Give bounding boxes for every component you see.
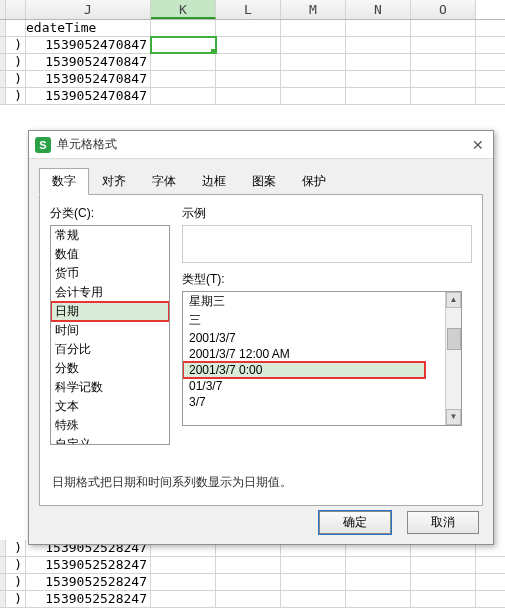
- data-cell[interactable]: 1539052470847: [26, 37, 151, 53]
- active-cell[interactable]: [151, 37, 216, 53]
- list-item[interactable]: 3/7: [183, 394, 461, 410]
- list-item[interactable]: 文本: [51, 397, 169, 416]
- tab-panel: 分类(C): 常规 数值 货币 会计专用 日期 时间 百分比 分数 科学记数 文…: [39, 194, 483, 506]
- list-item[interactable]: 百分比: [51, 340, 169, 359]
- category-list[interactable]: 常规 数值 货币 会计专用 日期 时间 百分比 分数 科学记数 文本 特殊 自定…: [50, 225, 170, 445]
- scrollbar[interactable]: ▲ ▼: [445, 292, 461, 425]
- col-m[interactable]: M: [281, 0, 346, 19]
- list-item[interactable]: 数值: [51, 245, 169, 264]
- scroll-down-icon[interactable]: ▼: [446, 409, 461, 425]
- list-item[interactable]: 星期三: [183, 292, 461, 311]
- cell-format-dialog: S 单元格格式 ✕ 数字 对齐 字体 边框 图案 保护 分类(C): 常规 数值…: [28, 130, 494, 545]
- col-l[interactable]: L: [216, 0, 281, 19]
- close-icon[interactable]: ✕: [463, 137, 493, 153]
- col-o[interactable]: O: [411, 0, 476, 19]
- tab-protect[interactable]: 保护: [289, 168, 339, 195]
- sample-box: [182, 225, 472, 263]
- col-k[interactable]: K: [151, 0, 216, 19]
- col-j[interactable]: J: [26, 0, 151, 19]
- type-list[interactable]: 星期三 三 2001/3/7 2001/3/7 12:00 AM 2001/3/…: [182, 291, 462, 426]
- app-icon: S: [35, 137, 51, 153]
- category-label: 分类(C):: [50, 205, 170, 222]
- tab-pattern[interactable]: 图案: [239, 168, 289, 195]
- tab-align[interactable]: 对齐: [89, 168, 139, 195]
- list-item[interactable]: 2001/3/7 12:00 AM: [183, 346, 461, 362]
- header-cell[interactable]: edateTime: [26, 20, 151, 36]
- data-cell[interactable]: 1539052528247: [26, 557, 151, 573]
- titlebar[interactable]: S 单元格格式 ✕: [29, 131, 493, 159]
- data-cell[interactable]: 1539052528247: [26, 574, 151, 590]
- list-item[interactable]: 会计专用: [51, 283, 169, 302]
- list-item[interactable]: 01/3/7: [183, 378, 461, 394]
- list-item[interactable]: 常规: [51, 226, 169, 245]
- list-item[interactable]: 自定义: [51, 435, 169, 445]
- tab-border[interactable]: 边框: [189, 168, 239, 195]
- ok-button[interactable]: 确定: [319, 511, 391, 534]
- list-item-date[interactable]: 日期: [51, 302, 169, 321]
- list-item[interactable]: 货币: [51, 264, 169, 283]
- list-item[interactable]: 时间: [51, 321, 169, 340]
- sample-label: 示例: [182, 205, 472, 222]
- data-cell[interactable]: 1539052528247: [26, 591, 151, 607]
- description-text: 日期格式把日期和时间系列数显示为日期值。: [52, 474, 470, 491]
- data-cell[interactable]: 1539052470847: [26, 71, 151, 87]
- list-item[interactable]: 科学记数: [51, 378, 169, 397]
- grid-rows: edateTime )1539052470847 )1539052470847 …: [0, 20, 505, 105]
- col-n[interactable]: N: [346, 0, 411, 19]
- scroll-thumb[interactable]: [447, 328, 461, 350]
- list-item-selected-type[interactable]: 2001/3/7 0:00: [183, 362, 425, 378]
- list-item[interactable]: 2001/3/7: [183, 330, 461, 346]
- tab-number[interactable]: 数字: [39, 168, 89, 195]
- dialog-title: 单元格格式: [57, 136, 463, 153]
- list-item[interactable]: 三: [183, 311, 461, 330]
- list-item[interactable]: 分数: [51, 359, 169, 378]
- type-label: 类型(T):: [182, 271, 472, 288]
- scroll-up-icon[interactable]: ▲: [446, 292, 461, 308]
- tab-font[interactable]: 字体: [139, 168, 189, 195]
- data-cell[interactable]: 1539052470847: [26, 88, 151, 104]
- data-cell[interactable]: 1539052470847: [26, 54, 151, 70]
- column-headers: J K L M N O: [0, 0, 505, 20]
- tabstrip: 数字 对齐 字体 边框 图案 保护: [29, 159, 493, 194]
- list-item[interactable]: 特殊: [51, 416, 169, 435]
- cancel-button[interactable]: 取消: [407, 511, 479, 534]
